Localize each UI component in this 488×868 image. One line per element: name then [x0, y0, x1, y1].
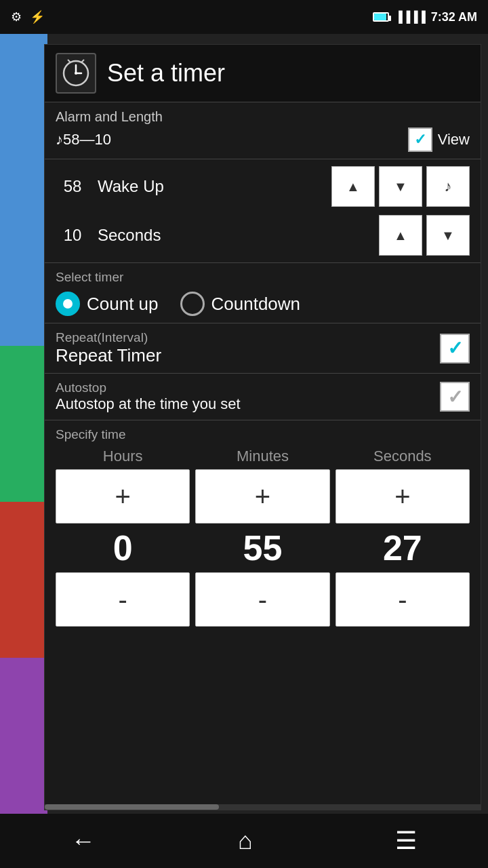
hours-column: Hours + 0 - — [56, 448, 190, 627]
radio-countdown[interactable]: Countdown — [180, 292, 301, 316]
status-icons-left: ⚙ ⚡ — [11, 9, 45, 24]
radio-count-up-circle — [56, 292, 80, 316]
status-bar: ⚙ ⚡ ▐▐▐▐ 7:32 AM — [0, 0, 488, 34]
strip-3 — [0, 346, 47, 502]
radio-count-up[interactable]: Count up — [56, 292, 159, 316]
seconds-value: 27 — [336, 528, 470, 568]
hours-label: Hours — [103, 448, 143, 465]
svg-line-5 — [81, 60, 84, 62]
nav-bar: ← ⌂ ☰ — [0, 814, 488, 868]
alarm-up-btn-2[interactable]: ▲ — [379, 215, 422, 256]
btn-group-1: ▲ ▼ ♪ — [331, 166, 470, 207]
minutes-column: Minutes + 55 - — [195, 448, 329, 627]
alarm-item-row-2: 10 Seconds ▲ ▼ — [56, 211, 470, 260]
alarm-down-btn-1[interactable]: ▼ — [379, 166, 422, 207]
minutes-value: 55 — [195, 528, 329, 568]
autostop-check-mark: ✓ — [447, 386, 463, 408]
autostop-text-wrap: Autostop Autostop at the time you set — [56, 380, 241, 413]
alarm-down-btn-2[interactable]: ▼ — [426, 215, 470, 256]
scrollbar — [45, 804, 481, 810]
alarm-music-btn-1[interactable]: ♪ — [426, 166, 470, 207]
strip-1 — [0, 34, 47, 190]
repeat-checkbox[interactable]: ✓ — [440, 334, 470, 363]
hours-value: 0 — [56, 528, 190, 568]
view-label: View — [438, 131, 470, 149]
battery-icon — [373, 12, 389, 22]
alarm-view: ✓ View — [408, 127, 470, 152]
repeat-sublabel: Repeat(Interval) — [56, 330, 161, 345]
view-checkbox[interactable]: ✓ — [408, 127, 432, 152]
specify-label: Specify time — [56, 427, 470, 442]
seconds-plus-btn[interactable]: + — [336, 469, 470, 524]
alarm-section: Alarm and Length ♪58—10 ✓ View — [45, 102, 481, 159]
minutes-minus-btn[interactable]: - — [195, 572, 329, 627]
hours-minus-btn[interactable]: - — [56, 572, 190, 627]
alarm-name-2: Seconds — [98, 226, 371, 245]
radio-countdown-circle — [180, 292, 205, 316]
svg-point-3 — [75, 72, 77, 75]
timer-dialog: Set a timer Alarm and Length ♪58—10 ✓ Vi… — [44, 44, 481, 810]
signal-icon: ▐▐▐▐ — [394, 11, 425, 23]
select-timer-label: Select timer — [56, 270, 470, 285]
repeat-check-mark: ✓ — [447, 337, 463, 359]
status-time: 7:32 AM — [431, 10, 477, 24]
strip-5 — [0, 658, 47, 814]
scroll-thumb — [45, 804, 219, 810]
dialog-title: Set a timer — [107, 59, 225, 87]
alarm-label: Alarm and Length — [56, 109, 470, 125]
repeat-text-wrap: Repeat(Interval) Repeat Timer — [56, 330, 161, 366]
radio-count-up-label: Count up — [87, 294, 159, 315]
time-columns: Hours + 0 - Minutes + 55 - Seconds + 27 … — [56, 448, 470, 627]
dialog-header: Set a timer — [45, 45, 481, 102]
svg-line-4 — [68, 60, 70, 62]
view-check-mark: ✓ — [414, 131, 426, 149]
autostop-section: Autostop Autostop at the time you set ✓ — [45, 374, 481, 420]
autostop-checkbox[interactable]: ✓ — [440, 382, 470, 412]
alarm-num-1: 58 — [56, 177, 89, 196]
alarm-up-btn-1[interactable]: ▲ — [331, 166, 375, 207]
specify-time-section: Specify time Hours + 0 - Minutes + 55 - … — [45, 420, 481, 804]
select-timer-section: Select timer Count up Countdown — [45, 263, 481, 323]
strip-2 — [0, 190, 47, 346]
android-icon: ⚙ — [11, 9, 22, 24]
alarm-num-2: 10 — [56, 226, 89, 245]
background-strips — [0, 34, 47, 814]
seconds-label: Seconds — [373, 448, 432, 465]
status-right: ▐▐▐▐ 7:32 AM — [373, 10, 477, 24]
menu-button[interactable]: ☰ — [379, 821, 433, 861]
repeat-section: Repeat(Interval) Repeat Timer ✓ — [45, 323, 481, 374]
alarm-info-text: ♪58—10 — [56, 131, 111, 149]
home-button[interactable]: ⌂ — [222, 821, 269, 861]
hours-plus-btn[interactable]: + — [56, 469, 190, 524]
alarm-item-row-1: 58 Wake Up ▲ ▼ ♪ — [56, 162, 470, 211]
back-button[interactable]: ← — [55, 821, 112, 861]
clock-icon-wrap — [56, 53, 96, 94]
btn-group-2: ▲ ▼ — [379, 215, 470, 256]
alarm-name-1: Wake Up — [98, 177, 323, 196]
radio-countdown-label: Countdown — [211, 294, 301, 315]
repeat-main: Repeat Timer — [56, 345, 161, 366]
seconds-column: Seconds + 27 - — [336, 448, 470, 627]
strip-4 — [0, 502, 47, 658]
alarm-row: ♪58—10 ✓ View — [56, 127, 470, 152]
alarm-info: ♪58—10 — [56, 131, 111, 149]
autostop-main: Autostop at the time you set — [56, 395, 241, 413]
usb-icon: ⚡ — [30, 9, 45, 24]
alarm-items: 58 Wake Up ▲ ▼ ♪ 10 Seconds ▲ ▼ — [45, 159, 481, 263]
minutes-label: Minutes — [237, 448, 289, 465]
radio-row: Count up Countdown — [56, 292, 470, 316]
seconds-minus-btn[interactable]: - — [336, 572, 470, 627]
minutes-plus-btn[interactable]: + — [195, 469, 329, 524]
autostop-sublabel: Autostop — [56, 380, 241, 395]
clock-icon — [61, 58, 91, 88]
